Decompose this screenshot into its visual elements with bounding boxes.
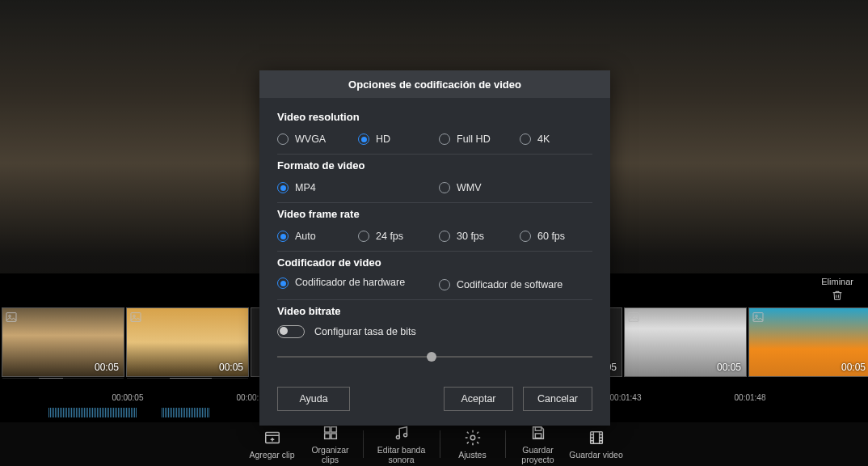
framerate-option-24fps[interactable]: 24 fps <box>358 228 431 244</box>
svg-rect-19 <box>535 434 541 438</box>
svg-point-9 <box>756 315 758 317</box>
divider <box>277 251 592 252</box>
radio-label: 4K <box>537 133 550 146</box>
format-option-mp4[interactable]: MP4 <box>277 180 431 196</box>
resolution-option-hd[interactable]: HD <box>358 131 431 147</box>
radio-label: 30 fps <box>457 231 484 243</box>
svg-point-7 <box>631 315 634 317</box>
bitrate-toggle-label: Configurar tasa de bits <box>314 326 416 337</box>
svg-rect-11 <box>324 427 329 432</box>
trash-icon <box>831 288 844 303</box>
clip-scrubber[interactable] <box>2 378 124 379</box>
svg-point-16 <box>403 434 407 437</box>
dialog-title: Opciones de codificación de video <box>259 70 610 98</box>
clip-duration: 00:05 <box>219 362 243 373</box>
dialog-button-row: Ayuda Aceptar Cancelar <box>259 380 610 426</box>
toolbar-separator <box>505 430 506 458</box>
radio-label: WMV <box>457 182 482 194</box>
radio-label: 24 fps <box>376 231 403 243</box>
edit-soundtrack-button[interactable]: Editar banda sonora <box>367 421 436 466</box>
help-button[interactable]: Ayuda <box>277 387 350 411</box>
encoder-options: Codificador de hardware Codificador de s… <box>277 277 592 293</box>
framerate-options: Auto 24 fps 30 fps 60 fps <box>277 228 592 244</box>
clip-scrubber[interactable] <box>127 378 248 379</box>
framerate-option-auto[interactable]: Auto <box>277 228 350 244</box>
gear-icon <box>464 429 482 447</box>
radio-label: Codificador de software <box>457 279 563 291</box>
save-project-button[interactable]: Guardar proyecto <box>509 421 567 466</box>
timeline-clip[interactable]: 00:05 <box>748 307 868 377</box>
radio-label: 60 fps <box>537 231 565 243</box>
radio-label: Full HD <box>457 133 491 146</box>
svg-rect-13 <box>324 434 329 438</box>
bitrate-slider[interactable] <box>277 350 592 364</box>
resolution-option-fullhd[interactable]: Full HD <box>439 131 512 147</box>
bitrate-section-title: Video bitrate <box>277 305 592 317</box>
clip-duration: 00:05 <box>717 362 741 373</box>
ruler-tick: 00:01:43 <box>610 393 642 402</box>
timeline-clip[interactable]: 00:05 <box>2 307 124 377</box>
encoder-option-hardware[interactable]: Codificador de hardware <box>277 277 431 293</box>
encoder-section-title: Codificador de video <box>277 256 592 269</box>
format-options: MP4 WMV <box>277 180 592 196</box>
resolution-option-4k[interactable]: 4K <box>520 131 592 147</box>
clip-duration: 00:05 <box>841 362 866 373</box>
bitrate-toggle[interactable] <box>277 325 305 338</box>
framerate-option-60fps[interactable]: 60 fps <box>520 228 592 244</box>
svg-point-3 <box>133 315 136 317</box>
delete-clip-button[interactable]: Eliminar <box>821 277 853 303</box>
add-clip-icon <box>263 429 281 447</box>
svg-rect-18 <box>535 427 541 431</box>
divider <box>277 202 592 203</box>
image-icon <box>752 311 765 324</box>
tool-label: Organizar clips <box>311 445 348 464</box>
framerate-section-title: Video frame rate <box>277 208 592 220</box>
timeline-clip[interactable]: 00:05 <box>624 307 747 377</box>
image-icon <box>627 311 640 324</box>
encoding-options-dialog: Opciones de codificación de video Video … <box>259 70 610 426</box>
svg-rect-2 <box>131 313 141 322</box>
ruler-tick: 00:01:48 <box>735 393 766 402</box>
settings-button[interactable]: Ajustes <box>444 426 502 463</box>
toolbar-separator <box>440 430 440 458</box>
radio-label: Codificador de hardware <box>295 277 405 289</box>
tool-label: Editar banda sonora <box>377 445 426 464</box>
ruler-tick: 00:00:05 <box>112 393 144 402</box>
image-icon <box>129 311 142 324</box>
image-icon <box>5 311 18 324</box>
resolution-option-wvga[interactable]: WVGA <box>277 131 350 147</box>
format-section-title: Formato de video <box>277 159 592 172</box>
svg-rect-12 <box>331 427 335 432</box>
svg-point-17 <box>470 435 475 440</box>
encoder-option-software[interactable]: Codificador de software <box>439 277 592 293</box>
add-clip-button[interactable]: Agregar clip <box>243 426 301 463</box>
divider <box>277 299 592 300</box>
organize-clips-button[interactable]: Organizar clips <box>301 421 360 466</box>
toolbar-separator <box>363 430 364 458</box>
delete-label: Eliminar <box>821 277 853 286</box>
svg-rect-14 <box>331 434 335 438</box>
timeline-clip[interactable]: 00:05 <box>126 307 249 377</box>
radio-label: WVGA <box>295 133 326 146</box>
radio-label: Auto <box>295 231 316 243</box>
cancel-button[interactable]: Cancelar <box>523 387 592 411</box>
divider <box>277 154 592 155</box>
tool-label: Guardar video <box>569 450 623 460</box>
svg-rect-6 <box>629 313 638 322</box>
resolution-section-title: Video resolution <box>277 111 592 123</box>
format-option-wmv[interactable]: WMV <box>439 180 592 196</box>
save-video-button[interactable]: Guardar video <box>567 426 626 463</box>
framerate-option-30fps[interactable]: 30 fps <box>439 228 512 244</box>
clip-duration: 00:05 <box>95 362 119 373</box>
svg-rect-0 <box>6 313 16 322</box>
resolution-options: WVGA HD Full HD 4K <box>277 131 592 147</box>
accept-button[interactable]: Aceptar <box>444 387 513 411</box>
film-icon <box>588 429 605 447</box>
grid-icon <box>322 424 339 442</box>
radio-label: MP4 <box>295 182 316 194</box>
slider-knob[interactable] <box>427 352 436 362</box>
tool-label: Guardar proyecto <box>521 445 554 464</box>
svg-point-1 <box>9 315 11 317</box>
svg-point-15 <box>396 435 399 438</box>
music-note-icon <box>393 424 411 442</box>
